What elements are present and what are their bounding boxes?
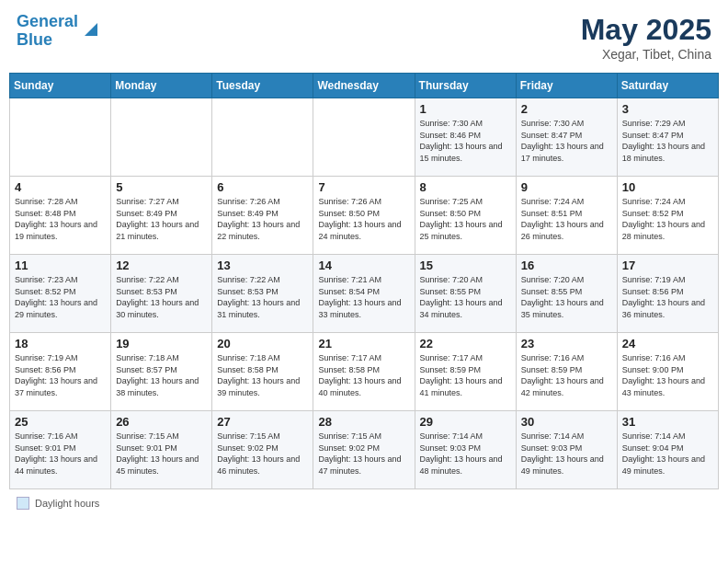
day-info: Sunrise: 7:17 AM Sunset: 8:58 PM Dayligh… bbox=[318, 352, 409, 398]
day-header-monday: Monday bbox=[111, 74, 212, 98]
logo-general: General bbox=[17, 12, 78, 30]
day-number: 27 bbox=[217, 415, 308, 429]
calendar-cell: 11Sunrise: 7:23 AM Sunset: 8:52 PM Dayli… bbox=[10, 255, 111, 333]
calendar-cell: 20Sunrise: 7:18 AM Sunset: 8:58 PM Dayli… bbox=[212, 333, 313, 411]
logo-text: General Blue bbox=[17, 13, 78, 50]
day-number: 18 bbox=[15, 337, 106, 350]
logo-icon bbox=[81, 19, 101, 40]
calendar-header: SundayMondayTuesdayWednesdayThursdayFrid… bbox=[10, 74, 719, 98]
day-info: Sunrise: 7:15 AM Sunset: 9:01 PM Dayligh… bbox=[116, 431, 207, 477]
day-info: Sunrise: 7:20 AM Sunset: 8:55 PM Dayligh… bbox=[521, 274, 612, 320]
day-number: 1 bbox=[420, 102, 511, 116]
day-info: Sunrise: 7:30 AM Sunset: 8:47 PM Dayligh… bbox=[521, 118, 612, 164]
day-number: 16 bbox=[521, 259, 612, 272]
calendar-cell: 17Sunrise: 7:19 AM Sunset: 8:56 PM Dayli… bbox=[617, 255, 718, 333]
calendar-cell: 2Sunrise: 7:30 AM Sunset: 8:47 PM Daylig… bbox=[516, 98, 617, 177]
day-info: Sunrise: 7:24 AM Sunset: 8:51 PM Dayligh… bbox=[521, 196, 612, 242]
calendar-cell: 21Sunrise: 7:17 AM Sunset: 8:58 PM Dayli… bbox=[313, 333, 415, 411]
day-number: 6 bbox=[217, 180, 308, 194]
day-number: 2 bbox=[521, 102, 612, 116]
day-number: 8 bbox=[420, 180, 511, 194]
day-number: 21 bbox=[318, 337, 409, 350]
calendar-cell: 27Sunrise: 7:15 AM Sunset: 9:02 PM Dayli… bbox=[212, 411, 313, 489]
day-info: Sunrise: 7:18 AM Sunset: 8:58 PM Dayligh… bbox=[217, 352, 308, 398]
day-number: 9 bbox=[521, 180, 612, 194]
calendar-cell: 6Sunrise: 7:26 AM Sunset: 8:49 PM Daylig… bbox=[212, 177, 313, 255]
day-info: Sunrise: 7:28 AM Sunset: 8:48 PM Dayligh… bbox=[15, 196, 106, 242]
calendar-cell: 4Sunrise: 7:28 AM Sunset: 8:48 PM Daylig… bbox=[10, 177, 111, 255]
day-number: 20 bbox=[217, 337, 308, 350]
day-number: 30 bbox=[521, 415, 612, 429]
day-info: Sunrise: 7:24 AM Sunset: 8:52 PM Dayligh… bbox=[622, 196, 713, 242]
day-number: 19 bbox=[116, 337, 207, 350]
calendar-cell: 22Sunrise: 7:17 AM Sunset: 8:59 PM Dayli… bbox=[415, 333, 516, 411]
day-info: Sunrise: 7:30 AM Sunset: 8:46 PM Dayligh… bbox=[420, 118, 511, 164]
logo-blue: Blue bbox=[17, 30, 52, 49]
calendar-cell: 7Sunrise: 7:26 AM Sunset: 8:50 PM Daylig… bbox=[313, 177, 415, 255]
day-number: 23 bbox=[521, 337, 612, 350]
calendar-cell: 12Sunrise: 7:22 AM Sunset: 8:53 PM Dayli… bbox=[111, 255, 212, 333]
logo: General Blue bbox=[17, 13, 101, 50]
day-info: Sunrise: 7:17 AM Sunset: 8:59 PM Dayligh… bbox=[420, 352, 511, 398]
day-header-saturday: Saturday bbox=[617, 74, 718, 98]
calendar-cell: 28Sunrise: 7:15 AM Sunset: 9:02 PM Dayli… bbox=[313, 411, 415, 489]
day-header-wednesday: Wednesday bbox=[313, 74, 415, 98]
day-number: 14 bbox=[318, 259, 409, 272]
day-info: Sunrise: 7:26 AM Sunset: 8:49 PM Dayligh… bbox=[217, 196, 308, 242]
calendar-cell: 19Sunrise: 7:18 AM Sunset: 8:57 PM Dayli… bbox=[111, 333, 212, 411]
day-info: Sunrise: 7:15 AM Sunset: 9:02 PM Dayligh… bbox=[217, 431, 308, 477]
title-block: May 2025 Xegar, Tibet, China bbox=[581, 13, 711, 62]
calendar-cell: 25Sunrise: 7:16 AM Sunset: 9:01 PM Dayli… bbox=[10, 411, 111, 489]
day-number: 3 bbox=[622, 102, 713, 116]
day-number: 7 bbox=[318, 180, 409, 194]
day-number: 25 bbox=[15, 415, 106, 429]
day-number: 26 bbox=[116, 415, 207, 429]
day-info: Sunrise: 7:15 AM Sunset: 9:02 PM Dayligh… bbox=[318, 431, 409, 477]
day-info: Sunrise: 7:14 AM Sunset: 9:04 PM Dayligh… bbox=[622, 431, 713, 477]
day-number: 11 bbox=[15, 259, 106, 272]
day-number: 31 bbox=[622, 415, 713, 429]
calendar-cell: 9Sunrise: 7:24 AM Sunset: 8:51 PM Daylig… bbox=[516, 177, 617, 255]
day-info: Sunrise: 7:26 AM Sunset: 8:50 PM Dayligh… bbox=[318, 196, 409, 242]
calendar-cell: 16Sunrise: 7:20 AM Sunset: 8:55 PM Dayli… bbox=[516, 255, 617, 333]
day-info: Sunrise: 7:29 AM Sunset: 8:47 PM Dayligh… bbox=[622, 118, 713, 164]
calendar-cell: 15Sunrise: 7:20 AM Sunset: 8:55 PM Dayli… bbox=[415, 255, 516, 333]
day-number: 28 bbox=[318, 415, 409, 429]
day-number: 5 bbox=[116, 180, 207, 194]
day-header-thursday: Thursday bbox=[415, 74, 516, 98]
svg-marker-0 bbox=[85, 23, 97, 36]
month-title: May 2025 bbox=[581, 13, 711, 47]
page-header: General Blue May 2025 Xegar, Tibet, Chin… bbox=[9, 9, 719, 65]
day-info: Sunrise: 7:27 AM Sunset: 8:49 PM Dayligh… bbox=[116, 196, 207, 242]
calendar-cell: 30Sunrise: 7:14 AM Sunset: 9:03 PM Dayli… bbox=[516, 411, 617, 489]
day-info: Sunrise: 7:23 AM Sunset: 8:52 PM Dayligh… bbox=[15, 274, 106, 320]
day-info: Sunrise: 7:25 AM Sunset: 8:50 PM Dayligh… bbox=[420, 196, 511, 242]
day-info: Sunrise: 7:18 AM Sunset: 8:57 PM Dayligh… bbox=[116, 352, 207, 398]
day-info: Sunrise: 7:19 AM Sunset: 8:56 PM Dayligh… bbox=[15, 352, 106, 398]
calendar-cell: 10Sunrise: 7:24 AM Sunset: 8:52 PM Dayli… bbox=[617, 177, 718, 255]
day-number: 15 bbox=[420, 259, 511, 272]
day-info: Sunrise: 7:14 AM Sunset: 9:03 PM Dayligh… bbox=[521, 431, 612, 477]
day-info: Sunrise: 7:21 AM Sunset: 8:54 PM Dayligh… bbox=[318, 274, 409, 320]
calendar-cell: 29Sunrise: 7:14 AM Sunset: 9:03 PM Dayli… bbox=[415, 411, 516, 489]
calendar-cell: 23Sunrise: 7:16 AM Sunset: 8:59 PM Dayli… bbox=[516, 333, 617, 411]
location-title: Xegar, Tibet, China bbox=[581, 47, 711, 62]
day-info: Sunrise: 7:16 AM Sunset: 9:01 PM Dayligh… bbox=[15, 431, 106, 477]
day-number: 22 bbox=[420, 337, 511, 350]
calendar-cell bbox=[111, 98, 212, 177]
calendar-cell: 26Sunrise: 7:15 AM Sunset: 9:01 PM Dayli… bbox=[111, 411, 212, 489]
day-number: 24 bbox=[622, 337, 713, 350]
day-info: Sunrise: 7:14 AM Sunset: 9:03 PM Dayligh… bbox=[420, 431, 511, 477]
calendar-cell: 5Sunrise: 7:27 AM Sunset: 8:49 PM Daylig… bbox=[111, 177, 212, 255]
calendar-cell: 1Sunrise: 7:30 AM Sunset: 8:46 PM Daylig… bbox=[415, 98, 516, 177]
calendar-cell: 24Sunrise: 7:16 AM Sunset: 9:00 PM Dayli… bbox=[617, 333, 718, 411]
day-number: 29 bbox=[420, 415, 511, 429]
day-info: Sunrise: 7:22 AM Sunset: 8:53 PM Dayligh… bbox=[116, 274, 207, 320]
calendar-cell: 31Sunrise: 7:14 AM Sunset: 9:04 PM Dayli… bbox=[617, 411, 718, 489]
footer: Daylight hours bbox=[9, 497, 719, 510]
calendar-cell: 13Sunrise: 7:22 AM Sunset: 8:53 PM Dayli… bbox=[212, 255, 313, 333]
day-info: Sunrise: 7:16 AM Sunset: 9:00 PM Dayligh… bbox=[622, 352, 713, 398]
day-number: 4 bbox=[15, 180, 106, 194]
calendar-cell: 14Sunrise: 7:21 AM Sunset: 8:54 PM Dayli… bbox=[313, 255, 415, 333]
calendar-cell: 8Sunrise: 7:25 AM Sunset: 8:50 PM Daylig… bbox=[415, 177, 516, 255]
